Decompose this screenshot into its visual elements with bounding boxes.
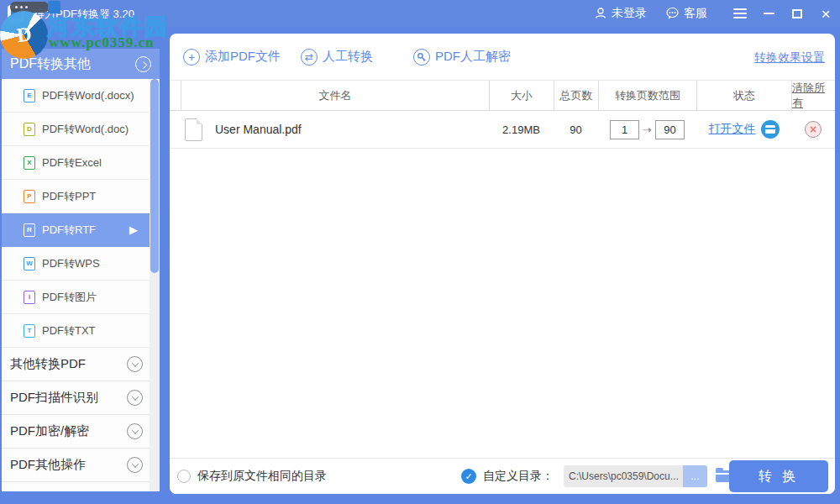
table-header: 文件名 大小 总页数 转换页数范围 状态 清除所有 [170,81,835,111]
sidebar-section-other-to-pdf[interactable]: 其他转换PDF [2,348,150,381]
range-from-input[interactable] [610,120,639,139]
column-header-filename: 文件名 [181,81,489,110]
selected-arrow-icon: ▶ [129,223,138,236]
sidebar-item-label: PDF转PPT [42,189,96,204]
range-arrow-icon: ⇢ [643,123,652,136]
minimize-icon [764,13,774,14]
status-cell: 打开文件 [696,120,791,139]
section-label: 其他转换PDF [10,356,86,372]
sidebar: PDF转换其他 E PDF转Word(.docx) D PDF转Word(.do… [2,49,160,491]
sidebar-item-pdf-to-ppt[interactable]: P PDF转PPT [2,180,150,213]
section-label: PDF扫描件识别 [10,390,98,406]
sidebar-item-pdf-to-wps[interactable]: W PDF转WPS [2,247,150,281]
doc-file-icon: D [24,123,35,136]
toolbar: + 添加PDF文件 ⇄ 人工转换 PDF人工解密 转换效果设置 [170,34,835,81]
convert-button[interactable]: 转 换 [729,460,828,492]
browse-button[interactable]: ... [683,465,707,487]
file-icon [185,118,202,141]
chevron-down-icon [127,457,143,473]
docx-file-icon: E [24,89,35,102]
maximize-button[interactable] [783,0,811,27]
add-pdf-button[interactable]: + 添加PDF文件 [183,49,281,66]
folder-circle-icon[interactable] [761,120,780,139]
login-button[interactable]: 未登录 [594,6,647,21]
sidebar-item-pdf-to-excel[interactable]: X PDF转Excel [2,146,150,180]
conversion-settings-link[interactable]: 转换效果设置 [754,50,825,66]
user-icon [594,7,607,20]
manual-convert-label: 人工转换 [323,49,373,65]
titlebar: 得力PDF转换器 3.20 未登录 客服 [0,0,840,27]
menu-icon [733,8,747,18]
minimize-button[interactable] [754,0,783,27]
rtf-file-icon: R [24,223,35,237]
sidebar-item-pdf-to-docx[interactable]: E PDF转Word(.docx) [2,79,150,113]
sidebar-section-pdf-other-ops[interactable]: PDF其他操作 [2,449,150,482]
window-title: 得力PDF转换器 3.20 [34,7,134,22]
custom-dir-label: 自定义目录： [483,469,554,484]
sidebar-item-label: PDF转Word(.docx) [42,88,134,103]
sidebar-scrollbar[interactable] [150,79,160,491]
manual-convert-button[interactable]: ⇄ 人工转换 [301,49,373,66]
file-size: 2.19MB [489,123,554,136]
pdf-decrypt-button[interactable]: PDF人工解密 [413,49,511,66]
key-icon [413,49,430,66]
pdf-decrypt-label: PDF人工解密 [435,49,511,65]
sidebar-header-pdf-convert-other[interactable]: PDF转换其他 [2,49,160,79]
sidebar-item-label: PDF转TXT [42,323,96,339]
sidebar-section-pdf-ocr[interactable]: PDF扫描件识别 [2,381,150,415]
customer-service-button[interactable]: 客服 [665,6,707,21]
chevron-down-icon [127,390,143,406]
range-to-input[interactable] [655,120,685,139]
clear-all-link[interactable]: 清除所有 [791,81,835,110]
column-header-size: 大小 [489,81,554,110]
main-panel: + 添加PDF文件 ⇄ 人工转换 PDF人工解密 转换效果设置 [170,34,835,494]
sidebar-item-label: PDF转Word(.doc) [42,122,129,137]
open-file-link[interactable]: 打开文件 [709,122,756,137]
section-label: PDF加密/解密 [10,423,89,439]
column-header-range: 转换页数范围 [598,81,696,110]
app-window: 得力PDF转换器 3.20 未登录 客服 [0,0,840,504]
ppt-file-icon: P [24,190,35,203]
file-name: User Manual.pdf [215,123,302,136]
file-pages: 90 [554,123,598,136]
close-button[interactable]: × [811,0,840,27]
column-header-pages: 总页数 [554,81,598,110]
custom-dir-checkbox[interactable]: ✓ [461,469,476,484]
txt-file-icon: T [24,324,35,338]
close-icon: × [821,6,830,22]
section-label: PDF其他操作 [10,457,86,473]
sidebar-item-label: PDF转RTF [42,223,96,238]
chat-bubble-icon [665,7,680,20]
service-label: 客服 [684,6,707,21]
sidebar-item-label: PDF转图片 [42,290,97,305]
output-path-input[interactable] [564,465,683,487]
maximize-icon [792,9,802,18]
sidebar-section-pdf-encrypt-decrypt[interactable]: PDF加密/解密 [2,415,150,449]
sidebar-item-list: E PDF转Word(.docx) D PDF转Word(.doc) X PDF… [2,79,150,482]
page-range-cell: ⇢ [598,120,696,139]
add-pdf-label: 添加PDF文件 [205,49,281,65]
bottom-bar: 保存到原文件相同的目录 ✓ 自定义目录： ... 转 换 [170,458,835,494]
chevron-down-icon [127,356,143,372]
login-label: 未登录 [612,6,647,21]
sidebar-item-pdf-to-rtf[interactable]: R PDF转RTF ▶ [2,213,150,247]
menu-button[interactable] [726,0,754,27]
remove-file-icon[interactable]: × [805,121,822,138]
table-row: User Manual.pdf 2.19MB 90 ⇢ 打开文件 × [170,111,835,149]
chevron-right-icon [135,56,151,72]
save-same-dir-label: 保存到原文件相同的目录 [197,469,327,484]
excel-file-icon: X [24,156,35,170]
sidebar-item-label: PDF转Excel [42,155,102,171]
save-same-dir-radio[interactable] [177,470,191,483]
sidebar-item-pdf-to-image[interactable]: I PDF转图片 [2,281,150,314]
app-logo-icon [8,5,24,22]
sidebar-item-label: PDF转WPS [42,256,100,271]
sidebar-scrollbar-thumb[interactable] [150,79,159,273]
sidebar-item-pdf-to-doc[interactable]: D PDF转Word(.doc) [2,113,150,146]
sidebar-header-label: PDF转换其他 [10,55,91,73]
sidebar-item-pdf-to-txt[interactable]: T PDF转TXT [2,314,150,348]
chevron-down-icon [127,423,143,439]
column-header-status: 状态 [696,81,791,110]
wps-file-icon: W [24,257,35,270]
remove-cell: × [791,121,835,138]
